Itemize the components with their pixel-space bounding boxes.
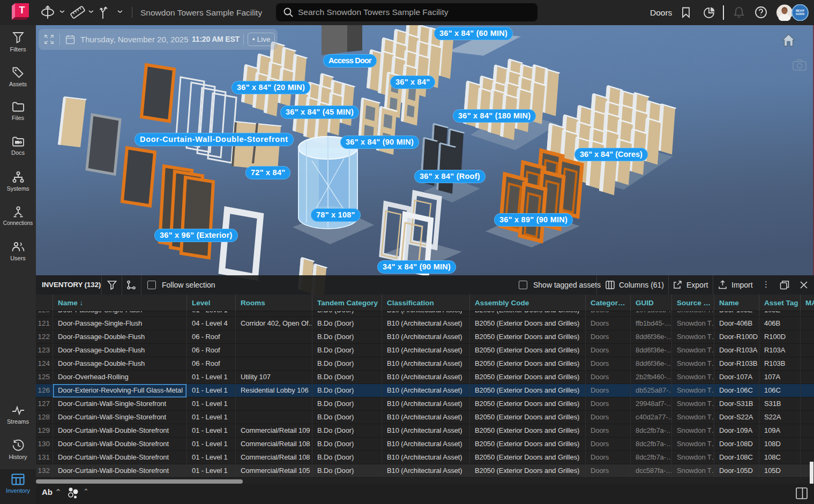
svg-text:T: T [19, 5, 25, 16]
svg-text:REVIT: REVIT [796, 9, 805, 12]
svg-text:GODS: GODS [796, 12, 805, 16]
